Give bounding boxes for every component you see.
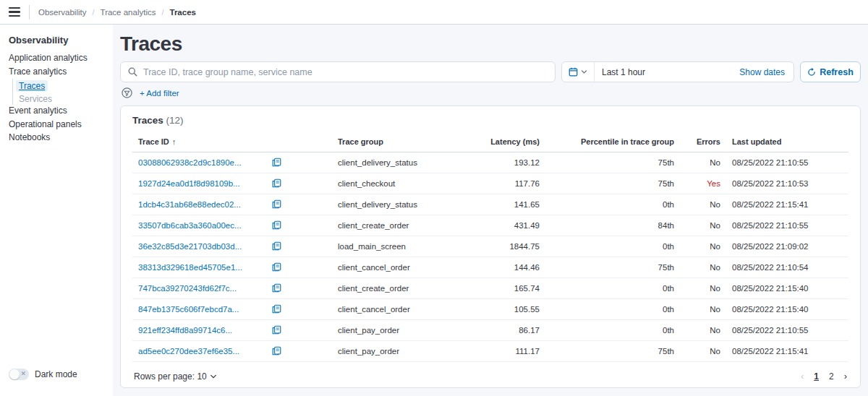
column-header-percentile-in-trace-group[interactable]: Percentile in trace group: [545, 132, 680, 152]
table-row: 36e32c85d3e21703db03d...load_main_screen…: [132, 236, 848, 257]
copy-icon[interactable]: [272, 178, 281, 188]
sidebar-item-application-analytics[interactable]: Application analytics: [9, 52, 107, 64]
copy-icon[interactable]: [272, 158, 281, 167]
sidebar-item-label: Services: [19, 94, 52, 104]
trace-id-link[interactable]: 03088062938c2d9c1890e...: [138, 158, 242, 167]
search-icon: [128, 67, 137, 77]
errors-cell: No: [680, 278, 726, 299]
sidebar-title: Observability: [9, 35, 107, 46]
trace-id-link[interactable]: ad5ee0c270dee37ef6e35...: [138, 347, 239, 356]
percentile-cell: 0th: [545, 278, 680, 299]
sidebar-item-label: Traces: [16, 80, 48, 92]
errors-cell: No: [680, 215, 726, 236]
breadcrumb-item[interactable]: Observability: [38, 8, 86, 17]
chevron-down-icon: [210, 373, 217, 380]
copy-icon[interactable]: [272, 199, 281, 209]
errors-cell: No: [680, 299, 726, 320]
latency-cell: 86.17: [469, 320, 545, 341]
calendar-button[interactable]: [562, 62, 595, 82]
filter-icon[interactable]: [122, 87, 132, 98]
trace-group-cell: client_cancel_order: [332, 257, 469, 278]
rows-per-page-select[interactable]: Rows per page: 10: [134, 371, 217, 382]
copy-icon[interactable]: [272, 346, 281, 356]
sidebar-item-event-analytics[interactable]: Event analytics: [9, 105, 107, 116]
percentile-cell: 75th: [545, 152, 680, 173]
trace-id-link[interactable]: 33507db6cab3a360a00ec...: [138, 221, 242, 230]
sidebar-item-trace-analytics[interactable]: Trace analytics: [9, 66, 107, 77]
percentile-cell: 75th: [545, 173, 680, 194]
chevron-down-icon: [581, 69, 587, 75]
top-header-bar: Observability/Trace analytics/Traces: [0, 0, 868, 25]
percentile-cell: 75th: [545, 257, 680, 278]
search-box[interactable]: [120, 61, 556, 82]
trace-id-link[interactable]: 921eff234ffd8a99714c6...: [138, 326, 232, 335]
sidebar-item-services[interactable]: Services: [12, 92, 107, 105]
refresh-button[interactable]: Refresh: [800, 61, 861, 82]
trace-group-cell: client_cancel_order: [332, 299, 469, 320]
copy-icon[interactable]: [272, 220, 281, 230]
table-row: 921eff234ffd8a99714c6...client_pay_order…: [132, 320, 848, 341]
trace-id-link[interactable]: 847eb1375c606f7ebcd7a...: [138, 305, 239, 314]
copy-icon[interactable]: [272, 283, 281, 293]
copy-icon[interactable]: [272, 262, 281, 272]
last-updated-cell: 08/25/2022 21:10:53: [726, 173, 848, 194]
column-header-trace-id[interactable]: Trace ID↑: [132, 132, 332, 152]
table-row: 03088062938c2d9c1890e...client_delivery_…: [132, 152, 848, 173]
panel-title: Traces (12): [132, 115, 848, 126]
sidebar-item-traces[interactable]: Traces: [12, 79, 107, 92]
column-header-errors[interactable]: Errors: [680, 132, 726, 152]
percentile-cell: 0th: [545, 320, 680, 341]
latency-cell: 105.55: [469, 299, 545, 320]
prev-page-button[interactable]: ‹: [801, 371, 804, 382]
traces-panel: Traces (12) Trace ID↑Trace groupLatency …: [120, 106, 861, 388]
breadcrumb-separator: /: [92, 8, 94, 17]
errors-cell: No: [680, 320, 726, 341]
trace-id-link[interactable]: 1927d24ea0d1f8d98109b...: [138, 179, 240, 188]
trace-group-cell: client_create_order: [332, 215, 469, 236]
sidebar-nav: Application analyticsTrace analyticsTrac…: [9, 52, 107, 143]
percentile-cell: 0th: [545, 194, 680, 215]
show-dates-link[interactable]: Show dates: [739, 67, 793, 77]
sidebar-item-label: Operational panels: [9, 119, 82, 129]
dark-mode-label: Dark mode: [35, 369, 77, 379]
percentile-cell: 0th: [545, 236, 680, 257]
traces-table: Trace ID↑Trace groupLatency (ms)Percenti…: [132, 132, 848, 362]
latency-cell: 431.49: [469, 215, 545, 236]
copy-icon[interactable]: [272, 325, 281, 335]
menu-icon[interactable]: [9, 7, 20, 17]
trace-group-cell: client_pay_order: [332, 320, 469, 341]
latency-cell: 141.65: [469, 194, 545, 215]
column-header-last-updated[interactable]: Last updated: [726, 132, 848, 152]
last-updated-cell: 08/25/2022 21:15:40: [726, 278, 848, 299]
column-header-latency-ms-[interactable]: Latency (ms): [469, 132, 545, 152]
trace-id-link[interactable]: 36e32c85d3e21703db03d...: [138, 242, 242, 251]
dark-mode-control: ✕ Dark mode: [9, 369, 77, 380]
trace-id-link[interactable]: 747bca39270243fd62f7c...: [138, 284, 237, 293]
sidebar-item-label: Notebooks: [9, 132, 50, 142]
time-range-value[interactable]: Last 1 hour: [595, 67, 739, 77]
page-number-1[interactable]: 1: [814, 371, 819, 382]
copy-icon[interactable]: [272, 241, 281, 251]
breadcrumb-separator: /: [161, 8, 163, 17]
header-divider: [29, 5, 30, 20]
last-updated-cell: 08/25/2022 21:15:41: [726, 194, 848, 215]
add-filter-link[interactable]: + Add filter: [140, 89, 179, 98]
column-header-trace-group[interactable]: Trace group: [332, 132, 469, 152]
sidebar-item-operational-panels[interactable]: Operational panels: [9, 119, 107, 130]
latency-cell: 165.74: [469, 278, 545, 299]
copy-icon[interactable]: [272, 304, 281, 314]
trace-id-link[interactable]: 38313d329618ed45705e1...: [138, 263, 242, 272]
last-updated-cell: 08/25/2022 21:15:40: [726, 299, 848, 320]
next-page-button[interactable]: ›: [844, 371, 847, 382]
latency-cell: 1844.75: [469, 236, 545, 257]
dark-mode-toggle[interactable]: ✕: [9, 369, 29, 380]
sidebar-item-notebooks[interactable]: Notebooks: [9, 132, 107, 143]
breadcrumb-item[interactable]: Trace analytics: [101, 8, 156, 17]
table-row: 33507db6cab3a360a00ec...client_create_or…: [132, 215, 848, 236]
trace-id-link[interactable]: 1dcb4c31ab68e88edec02...: [138, 200, 241, 209]
refresh-icon: [807, 68, 816, 77]
table-row: 1927d24ea0d1f8d98109b...client_checkout1…: [132, 173, 848, 194]
search-input[interactable]: [143, 67, 548, 77]
page-number-2[interactable]: 2: [829, 371, 834, 382]
trace-group-cell: load_main_screen: [332, 236, 469, 257]
